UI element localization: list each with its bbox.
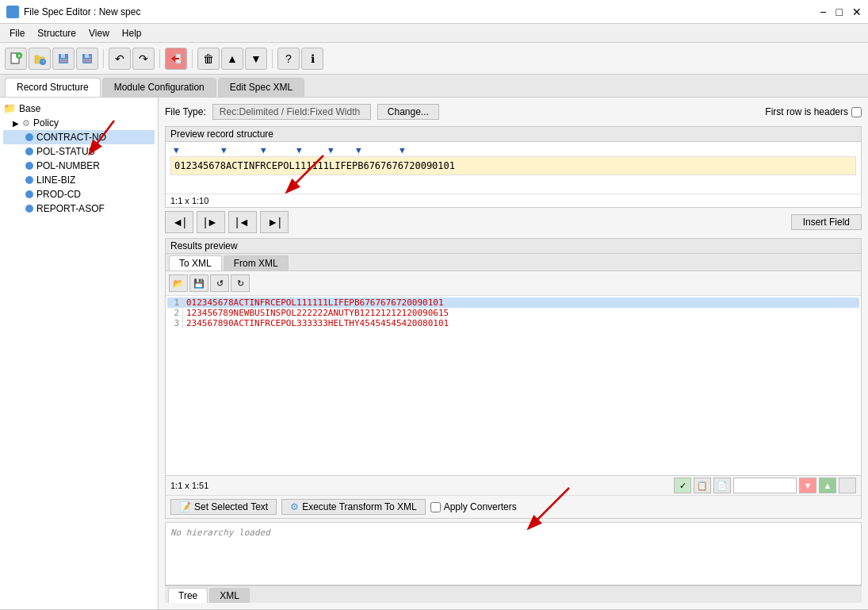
folder-icon: 📁 bbox=[3, 102, 16, 114]
menu-view[interactable]: View bbox=[82, 26, 116, 40]
tree-node-pol-number[interactable]: POL-NUMBER bbox=[3, 159, 155, 173]
prev-field-btn[interactable]: ◄| bbox=[165, 211, 193, 233]
exit-btn[interactable] bbox=[165, 48, 187, 70]
tree-label-base: Base bbox=[19, 103, 40, 114]
first-row-label: First row is headers bbox=[765, 106, 862, 117]
status-down-btn[interactable]: ▲ bbox=[819, 478, 836, 493]
tree-node-contract-no[interactable]: CONTRACT-NO bbox=[3, 130, 155, 144]
file-type-row: File Type: Rec:Delimited / Field:Fixed W… bbox=[165, 104, 862, 120]
marker-2: ▼ bbox=[261, 145, 266, 155]
next-field-btn[interactable]: ►| bbox=[260, 211, 289, 233]
status-up-btn[interactable]: ▼ bbox=[799, 478, 816, 493]
preview-nav: ◄| |► |◄ ►| Insert Field bbox=[165, 211, 862, 233]
results-undo-btn[interactable]: ↺ bbox=[210, 274, 229, 292]
status-paste-btn[interactable]: 📄 bbox=[713, 478, 731, 493]
results-save-btn[interactable]: 💾 bbox=[189, 274, 208, 292]
svg-rect-7 bbox=[61, 54, 65, 58]
marker-4: ▼ bbox=[328, 145, 334, 155]
tree-node-policy[interactable]: ▶ ⚙ Policy bbox=[3, 116, 155, 130]
results-tab-to-xml[interactable]: To XML bbox=[169, 255, 222, 270]
output-tab-xml[interactable]: XML bbox=[209, 588, 250, 603]
preview-data: 012345678ACTINFRCEPOL111111LIFEPB6767676… bbox=[170, 156, 856, 175]
result-line-3[interactable]: 3 234567890ACTINFRCEPOL333333HELTHY45454… bbox=[167, 318, 859, 328]
menu-file[interactable]: File bbox=[3, 26, 31, 40]
status-search-input[interactable] bbox=[733, 478, 797, 493]
menu-help[interactable]: Help bbox=[116, 26, 148, 40]
status-copy-btn[interactable]: 📋 bbox=[694, 478, 711, 493]
output-container: No hierarchy loaded Tree XML bbox=[165, 522, 862, 603]
apply-converters-label[interactable]: Apply Converters bbox=[430, 501, 517, 512]
separator-3 bbox=[192, 49, 193, 68]
tree-panel: 📁 Base ▶ ⚙ Policy CONTRACT-NO POL-STATUS… bbox=[0, 98, 159, 609]
tree-label-report-asof: REPORT-ASOF bbox=[36, 203, 105, 214]
main-tab-bar: Record Structure Module Configuration Ed… bbox=[0, 75, 868, 98]
file-type-label: File Type: bbox=[165, 106, 206, 117]
results-tabs: To XML From XML bbox=[166, 254, 861, 271]
info-btn[interactable]: ℹ bbox=[301, 48, 323, 70]
result-line-2[interactable]: 2 123456789NEWBUSINSPOL222222ANUTYB12121… bbox=[167, 308, 859, 318]
undo-btn[interactable]: ↶ bbox=[109, 48, 131, 70]
svg-text:+: + bbox=[89, 54, 91, 59]
line-num-1: 1 bbox=[167, 297, 183, 308]
redo-btn[interactable]: ↷ bbox=[132, 48, 155, 70]
toolbar: + ↑ + ↶ ↷ 🗑 ▲ ▼ ? ℹ bbox=[0, 43, 868, 75]
output-tab-tree[interactable]: Tree bbox=[168, 588, 208, 603]
line-text-2: 123456789NEWBUSINSPOL222222ANUTYB1212121… bbox=[186, 308, 449, 318]
next-char-btn[interactable]: |► bbox=[197, 211, 225, 233]
status-extra-btn[interactable] bbox=[839, 478, 856, 493]
first-row-checkbox[interactable] bbox=[851, 107, 862, 117]
tree-label-line-biz: LINE-BIZ bbox=[36, 175, 75, 186]
tree-node-report-asof[interactable]: REPORT-ASOF bbox=[3, 201, 155, 216]
new-doc-btn[interactable]: + bbox=[5, 48, 27, 70]
close-btn[interactable]: ✕ bbox=[852, 6, 862, 18]
up-btn[interactable]: ▲ bbox=[221, 48, 243, 70]
tree-node-prod-cd[interactable]: PROD-CD bbox=[3, 187, 155, 201]
status-check-btn[interactable]: ✓ bbox=[674, 478, 691, 493]
results-section: Results preview To XML From XML 📂 💾 ↺ ↻ … bbox=[165, 238, 862, 519]
output-area: No hierarchy loaded bbox=[165, 522, 862, 585]
marker-3: ▼ bbox=[296, 145, 302, 155]
results-status: 1:1 x 1:51 ✓ 📋 📄 ▼ ▲ bbox=[166, 475, 861, 495]
title-bar: File Spec Editor : New spec − □ ✕ bbox=[0, 0, 868, 24]
down-btn[interactable]: ▼ bbox=[245, 48, 267, 70]
minimize-btn[interactable]: − bbox=[820, 6, 826, 18]
tree-node-pol-status[interactable]: POL-STATUS bbox=[3, 144, 155, 159]
change-btn[interactable]: Change... bbox=[377, 104, 439, 120]
delete-btn[interactable]: 🗑 bbox=[197, 48, 220, 70]
field-circle-icon bbox=[25, 176, 33, 184]
save-as-btn[interactable]: + bbox=[76, 48, 98, 70]
help-btn[interactable]: ? bbox=[277, 48, 300, 70]
open-btn[interactable]: ↑ bbox=[29, 48, 51, 70]
tree-node-base[interactable]: 📁 Base bbox=[3, 101, 155, 116]
execute-transform-btn[interactable]: ⚙ Execute Transform To XML bbox=[281, 499, 426, 515]
tab-record-structure[interactable]: Record Structure bbox=[5, 78, 101, 97]
svg-rect-11 bbox=[83, 59, 91, 63]
results-tab-from-xml[interactable]: From XML bbox=[224, 255, 289, 270]
menu-structure[interactable]: Structure bbox=[31, 26, 82, 40]
title-bar-left: File Spec Editor : New spec bbox=[6, 6, 140, 18]
execute-transform-label: Execute Transform To XML bbox=[302, 501, 417, 512]
preview-section: Preview record structure ▼ ▼ ▼ ▼ ▼ ▼ ▼ 0… bbox=[165, 126, 862, 208]
field-circle-icon bbox=[25, 148, 33, 155]
apply-converters-checkbox[interactable] bbox=[430, 502, 441, 512]
set-selected-text-label: Set Selected Text bbox=[194, 501, 268, 512]
results-open-btn[interactable]: 📂 bbox=[169, 274, 188, 292]
line-num-2: 2 bbox=[167, 308, 183, 318]
tab-edit-spec-xml[interactable]: Edit Spec XML bbox=[218, 78, 304, 97]
tree-label-policy: Policy bbox=[33, 117, 59, 129]
transform-row: 📝 Set Selected Text ⚙ Execute Transform … bbox=[166, 495, 861, 518]
set-selected-text-btn[interactable]: 📝 Set Selected Text bbox=[170, 499, 277, 515]
tree-label-pol-status: POL-STATUS bbox=[36, 146, 95, 157]
results-redo-btn[interactable]: ↻ bbox=[231, 274, 250, 292]
field-circle-icon bbox=[25, 133, 33, 141]
result-line-1[interactable]: 1 012345678ACTINFRCEPOL111111LIFEPB67676… bbox=[167, 297, 859, 308]
output-text: No hierarchy loaded bbox=[170, 528, 270, 538]
results-section-label: Results preview bbox=[166, 239, 861, 254]
prev-char-btn[interactable]: |◄ bbox=[228, 211, 257, 233]
tree-node-line-biz[interactable]: LINE-BIZ bbox=[3, 173, 155, 187]
tab-module-config[interactable]: Module Configuration bbox=[102, 78, 216, 97]
insert-field-btn[interactable]: Insert Field bbox=[791, 214, 862, 230]
maximize-btn[interactable]: □ bbox=[836, 6, 843, 18]
save-btn[interactable] bbox=[52, 48, 75, 70]
title-bar-controls[interactable]: − □ ✕ bbox=[820, 6, 862, 18]
